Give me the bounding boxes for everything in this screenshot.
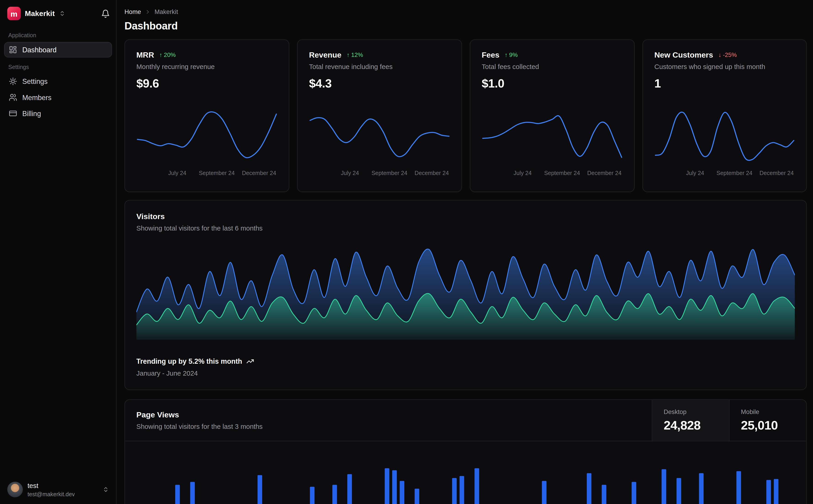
visitors-card: Visitors Showing total visitors for the … [124,200,807,390]
stat-card-fees: Fees ↑ 9% Total fees collected $1.0 July… [470,39,635,192]
stat-cards-row: MRR ↑ 20% Monthly recurring revenue $9.6… [124,39,807,192]
nav-item-label: Dashboard [22,46,56,54]
x-axis-labels: July 24 September 24 December 24 [309,170,450,178]
stat-title: Fees [482,50,499,59]
chevron-right-icon [145,9,151,15]
x-tick: September 24 [199,170,235,176]
trend-value: 12% [351,52,363,58]
stat-title: New Customers [654,50,713,59]
workspace-selector[interactable]: m Makerkit [0,0,116,27]
stat-description: Total revenue including fees [309,63,450,70]
x-axis-labels: July 24 September 24 December 24 [654,170,795,178]
chevrons-up-down-icon [103,487,109,493]
user-menu[interactable]: test test@makerkit.dev [0,475,116,504]
desktop-value: 24,828 [664,418,718,432]
nav-item-label: Billing [22,110,41,117]
app-root: m Makerkit Application Dashboard Setting… [0,0,813,504]
revenue-sparkline-chart [309,106,450,167]
x-tick: July 24 [341,170,359,176]
trend-badge: ↑ 9% [504,52,518,58]
mobile-stat-toggle[interactable]: Mobile 25,010 [729,400,806,441]
bell-icon [101,9,110,18]
stat-card-new-customers: New Customers ↓ -25% Customers who signe… [643,39,807,192]
x-tick: December 24 [587,170,622,176]
breadcrumb-current: Makerkit [154,8,178,16]
stat-value: 1 [654,77,795,91]
x-axis-labels: July 24 September 24 December 24 [482,170,623,178]
stat-description: Total fees collected [482,63,623,70]
visitors-trend-line: Trending up by 5.2% this month [136,357,795,365]
user-name: test [27,482,75,490]
mobile-label: Mobile [741,408,795,416]
stat-description: Monthly recurring revenue [136,63,278,70]
users-icon [9,93,17,101]
sidebar-item-billing[interactable]: Billing [4,106,112,121]
page-views-titles: Page Views Showing total visitors for th… [125,400,652,441]
visitors-subtitle: Showing total visitors for the last 6 mo… [136,224,795,232]
stat-value: $9.6 [136,77,278,91]
mrr-sparkline-chart [136,106,278,167]
page-views-header: Page Views Showing total visitors for th… [125,400,806,441]
nav-section-label-application: Application [0,27,116,42]
dashboard-icon [9,46,17,54]
x-tick: September 24 [544,170,580,176]
sidebar-item-members[interactable]: Members [4,90,112,105]
x-tick: September 24 [717,170,752,176]
new-customers-sparkline-chart [654,106,795,167]
trend-value: -25% [723,52,737,58]
trend-badge: ↓ -25% [718,52,737,58]
notifications-button[interactable] [101,9,110,18]
stat-description: Customers who signed up this month [654,63,795,70]
app-window: m Makerkit Application Dashboard Setting… [0,0,813,504]
breadcrumb-home-link[interactable]: Home [124,8,141,16]
visitors-date-range: January - June 2024 [136,369,795,377]
trend-badge: ↑ 20% [159,52,175,58]
sidebar-nav: Application Dashboard Settings Settings … [0,27,116,122]
visitors-title: Visitors [136,212,795,221]
trend-up-icon: ↑ [159,52,162,58]
trend-down-icon: ↓ [718,52,721,58]
stat-value: $1.0 [482,77,623,91]
visitors-trend-text: Trending up by 5.2% this month [136,357,242,365]
user-meta: test test@makerkit.dev [27,482,75,498]
x-tick: July 24 [168,170,186,176]
workspace-logo: m [7,7,21,20]
x-tick: December 24 [760,170,794,176]
user-avatar [7,482,23,497]
stat-card-mrr: MRR ↑ 20% Monthly recurring revenue $9.6… [124,39,289,192]
page-views-card: Page Views Showing total visitors for th… [124,399,807,504]
user-email: test@makerkit.dev [27,490,75,498]
desktop-label: Desktop [664,408,718,416]
x-tick: December 24 [242,170,276,176]
page-views-bar-chart [136,441,795,504]
x-tick: July 24 [514,170,532,176]
stat-value: $4.3 [309,77,450,91]
nav-item-label: Members [22,93,51,101]
nav-section-label-settings: Settings [0,58,116,73]
trend-badge: ↑ 12% [347,52,363,58]
desktop-stat-toggle[interactable]: Desktop 24,828 [652,400,729,441]
sidebar-item-dashboard[interactable]: Dashboard [4,42,112,58]
trending-up-icon [246,357,254,365]
workspace-name: Makerkit [25,9,55,18]
x-tick: July 24 [686,170,704,176]
page-views-title: Page Views [136,410,640,419]
x-tick: September 24 [371,170,407,176]
visitors-area-chart [136,239,795,343]
stat-title: Revenue [309,50,341,59]
chevrons-up-down-icon [59,10,65,16]
trend-up-icon: ↑ [347,52,350,58]
x-tick: December 24 [415,170,449,176]
x-axis-labels: July 24 September 24 December 24 [136,170,278,178]
fees-sparkline-chart [482,106,623,167]
gear-icon [9,77,17,85]
main-content: Home Makerkit Dashboard MRR ↑ 20% Monthl… [117,0,813,504]
sidebar: m Makerkit Application Dashboard Setting… [0,0,117,504]
page-title: Dashboard [124,20,807,32]
sidebar-item-settings[interactable]: Settings [4,74,112,89]
trend-value: 9% [509,52,518,58]
credit-card-icon [9,109,17,117]
mobile-value: 25,010 [741,418,795,432]
stat-title: MRR [136,50,154,59]
workspace-logo-letter: m [11,9,17,18]
